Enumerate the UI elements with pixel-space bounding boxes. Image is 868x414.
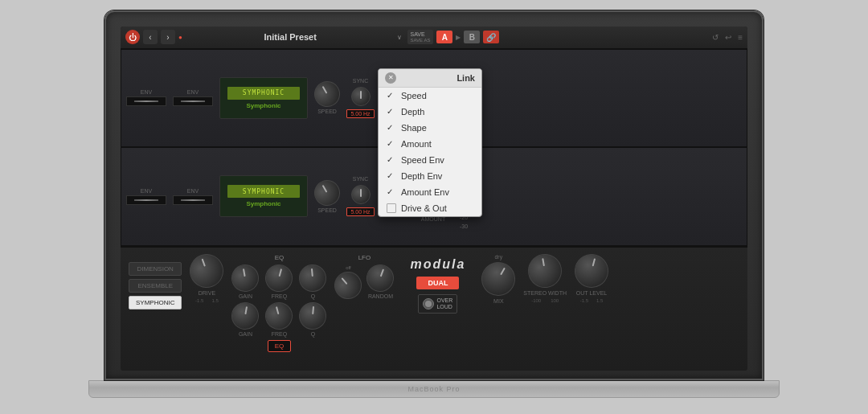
btn-a[interactable]: A xyxy=(436,31,452,43)
chorus-label-1: Symphonic xyxy=(246,102,280,109)
link-popup-header: ✕ Link xyxy=(379,69,481,88)
nav-back-button[interactable]: ‹ xyxy=(143,30,158,44)
link-item-amount[interactable]: ✓ Amount xyxy=(379,136,481,152)
modula-logo: modula xyxy=(410,257,465,272)
out-range: -1.5 1.5 xyxy=(580,298,604,303)
stereo-section: Stereo Width -100 100 xyxy=(523,254,567,303)
nav-fwd-button[interactable]: › xyxy=(161,30,175,44)
eq-q-knob-1[interactable] xyxy=(298,263,328,293)
eq-freq-label-2: Freq xyxy=(272,331,287,337)
overloud-text: OVERLOUD xyxy=(436,297,452,311)
save-button[interactable]: SAVE SAVE AS xyxy=(407,30,434,45)
lfo-random-container: Random xyxy=(366,264,394,299)
mode-buttons: DIMENSION ENSEMBLE SYMPHONIC xyxy=(129,262,182,309)
macbook-label: MacBook Pro xyxy=(407,385,460,393)
menu-icon[interactable]: ≡ xyxy=(738,33,743,42)
sync-knob-1[interactable] xyxy=(351,87,371,106)
modula-section: modula DUAL OVERLOUD xyxy=(402,254,473,318)
eq-q-label-2: Q xyxy=(311,331,315,337)
env-section-1-left: ENV xyxy=(126,89,166,106)
dual-button[interactable]: DUAL xyxy=(416,277,459,289)
lfo-random-knob[interactable] xyxy=(363,260,399,296)
env-label-2b: ENV xyxy=(187,188,199,194)
eq-q-knob-1-container: Q xyxy=(299,264,326,299)
drive-label: Drive xyxy=(199,290,215,296)
symphonic-btn[interactable]: SYMPHONIC xyxy=(129,296,182,309)
chorus-display-2: SYMPHONIC Symphonic xyxy=(219,175,308,217)
lfo-rate-container: off xyxy=(334,265,362,299)
drive-min: -1.5 xyxy=(195,298,203,303)
link-button[interactable]: 🔗 xyxy=(483,31,499,43)
overloud-icon xyxy=(423,298,434,309)
link-item-shape-label: Shape xyxy=(401,123,427,133)
chorus-display-1: SYMPHONIC Symphonic xyxy=(219,77,308,119)
link-item-drive-out[interactable]: Drive & Out xyxy=(379,200,481,216)
drive-max: 1.5 xyxy=(211,298,218,303)
out-level-section: Out Level -1.5 1.5 xyxy=(575,254,608,303)
eq-gain-knob-2-container: Gain xyxy=(231,302,259,337)
undo-icon[interactable]: ↩ xyxy=(725,33,731,42)
lfo-rate-knob[interactable] xyxy=(330,266,368,305)
power-button[interactable]: ⏻ xyxy=(125,30,140,44)
lcd-text-2: SYMPHONIC xyxy=(227,185,300,198)
mix-knob[interactable] xyxy=(476,256,522,301)
btn-b[interactable]: B xyxy=(464,31,480,43)
link-item-drive-out-label: Drive & Out xyxy=(401,203,447,213)
eq-toggle-btn[interactable]: EQ xyxy=(268,340,292,352)
drive-knob[interactable] xyxy=(186,249,229,293)
out-level-knob[interactable] xyxy=(571,250,612,291)
macbook-base: MacBook Pro xyxy=(88,380,780,398)
eq-q-knob-2[interactable] xyxy=(298,301,328,330)
lfo-section: LFO off Random xyxy=(334,254,394,299)
check-speed-env-icon: ✓ xyxy=(387,155,396,165)
freq-display-1: 5.00 Hz xyxy=(346,109,375,118)
plugin-ui: ⏻ ‹ › ● Initial Preset ∨ SAVE SAVE AS A … xyxy=(121,27,747,371)
stereo-width-knob[interactable] xyxy=(526,251,565,290)
env-section-1-right: ENV xyxy=(173,89,213,106)
env-label-2: ENV xyxy=(141,188,152,194)
eq-gain-knob-1[interactable] xyxy=(230,262,261,293)
lfo-knobs: off Random xyxy=(334,264,394,299)
sync-label-1: SYNC xyxy=(353,78,368,84)
env-display-2-right xyxy=(173,195,213,205)
link-item-depth-env[interactable]: ✓ Depth Env xyxy=(379,168,481,184)
link-item-speed[interactable]: ✓ Speed xyxy=(379,88,481,104)
link-item-amount-env[interactable]: ✓ Amount Env xyxy=(379,184,481,200)
arrow-icon: ∨ xyxy=(397,34,402,41)
stereo-min: -100 xyxy=(531,298,541,303)
eq-freq-knob-2[interactable] xyxy=(263,299,297,333)
dry-label: dry xyxy=(494,254,502,260)
mix-section: dry Mix xyxy=(481,254,515,304)
eq-freq-knob-2-container: Freq xyxy=(265,302,293,337)
link-item-depth[interactable]: ✓ Depth xyxy=(379,104,481,120)
ensemble-btn[interactable]: ENSEMBLE xyxy=(129,279,182,293)
speed-knob-1[interactable] xyxy=(309,76,345,112)
env-label-1b: ENV xyxy=(187,89,199,95)
drive-range: -1.5 1.5 xyxy=(195,298,219,303)
sync-knob-2[interactable] xyxy=(351,185,371,204)
link-item-speed-env[interactable]: ✓ Speed Env xyxy=(379,152,481,168)
eq-q-knob-2-container: Q xyxy=(299,302,326,337)
eq-gain-label-1: Gain xyxy=(239,293,252,299)
check-drive-out-icon xyxy=(387,203,396,213)
env-display-1-right xyxy=(173,96,213,106)
dimension-btn[interactable]: DIMENSION xyxy=(129,262,182,276)
eq-knob-row-2: Gain Freq Q xyxy=(231,302,326,337)
lfo-label: LFO xyxy=(358,254,371,261)
speed-label-1: SPEED xyxy=(317,109,337,114)
refresh-icon[interactable]: ↺ xyxy=(712,33,719,42)
overloud-badge: OVERLOUD xyxy=(418,294,457,314)
link-popup-close-button[interactable]: ✕ xyxy=(385,72,396,84)
check-depth-icon: ✓ xyxy=(387,107,396,117)
speed-knob-2[interactable] xyxy=(309,175,345,211)
eq-section: EQ Gain Freq xyxy=(231,254,326,352)
eq-gain-knob-1-container: Gain xyxy=(231,264,259,299)
env-section-2-left: ENV xyxy=(126,188,166,205)
link-popup: ✕ Link ✓ Speed ✓ Depth ✓ Shape xyxy=(378,68,482,217)
eq-freq-knob-1[interactable] xyxy=(263,261,297,295)
eq-gain-knob-2[interactable] xyxy=(230,300,261,331)
link-item-shape[interactable]: ✓ Shape xyxy=(379,120,481,136)
link-item-speed-env-label: Speed Env xyxy=(401,155,444,165)
speed-label-2: SPEED xyxy=(317,207,337,213)
speed-knob-container-1: SPEED xyxy=(314,81,340,114)
